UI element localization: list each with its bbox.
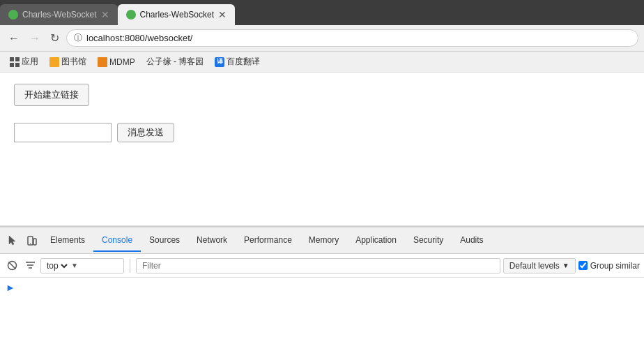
select-chevron-icon: ▼ [71, 262, 78, 269]
toolbar-separator [130, 259, 130, 273]
devtools-inspect-button[interactable] [3, 231, 22, 250]
filter-toggle-button[interactable] [22, 258, 38, 273]
bookmark-apps[interactable]: 应用 [6, 54, 43, 69]
devtools-device-button[interactable] [22, 231, 42, 250]
devtools-tab-application[interactable]: Application [347, 230, 405, 252]
devtools-tab-performance[interactable]: Performance [236, 230, 300, 252]
svg-line-5 [8, 262, 15, 269]
devtools-tab-network[interactable]: Network [188, 230, 236, 252]
default-levels-chevron-icon: ▼ [562, 262, 569, 269]
tab-favicon-1 [8, 10, 18, 20]
translate-icon: 译 [215, 57, 224, 67]
reload-button[interactable]: ↻ [47, 30, 62, 46]
devtools-tab-sources[interactable]: Sources [141, 230, 188, 252]
svg-point-3 [30, 243, 31, 243]
bookmarks-bar: 应用 图书馆 MDMP 公子缘 - 博客园 译 百度翻译 [0, 52, 644, 73]
message-row: 消息发送 [14, 123, 630, 142]
svg-marker-0 [9, 236, 15, 245]
address-bar-row: ← → ↻ ⓘ [0, 25, 644, 52]
devtools-tab-security[interactable]: Security [405, 230, 452, 252]
folder-icon-mdmp [98, 57, 107, 67]
tab-bar: Charles-WebSocket ✕ Charles-WebSocket ✕ [0, 0, 644, 25]
devtools-tab-elements[interactable]: Elements [42, 230, 93, 252]
console-toolbar: top ▼ Default levels ▼ Group similar [0, 254, 644, 278]
filter-input[interactable] [136, 258, 500, 273]
message-input[interactable] [14, 123, 112, 142]
devtools-tab-audits[interactable]: Audits [452, 230, 491, 252]
tab-close-1[interactable]: ✕ [101, 10, 109, 20]
group-similar-checkbox[interactable] [578, 261, 588, 270]
tab-favicon-2 [126, 10, 136, 20]
address-input[interactable] [86, 33, 631, 43]
svg-rect-2 [33, 239, 36, 245]
secure-icon: ⓘ [74, 32, 82, 44]
start-connection-button[interactable]: 开始建立链接 [14, 84, 89, 106]
top-context-selector[interactable]: top ▼ [40, 258, 124, 273]
console-prompt-arrow[interactable]: ► [6, 282, 15, 293]
group-similar-wrapper: Group similar [578, 261, 640, 271]
devtools-panel: Elements Console Sources Network Perform… [0, 226, 644, 327]
devtools-tab-console[interactable]: Console [93, 230, 141, 252]
clear-console-button[interactable] [4, 258, 20, 273]
forward-button[interactable]: → [26, 31, 43, 46]
bookmark-mdmp-label: MDMP [109, 57, 135, 67]
default-levels-button[interactable]: Default levels ▼ [503, 258, 576, 273]
browser-chrome: Charles-WebSocket ✕ Charles-WebSocket ✕ … [0, 0, 644, 327]
devtools-tab-bar: Elements Console Sources Network Perform… [0, 227, 644, 254]
console-content: ► [0, 278, 644, 327]
group-similar-label: Group similar [590, 261, 640, 271]
top-context-select[interactable]: top [44, 260, 70, 271]
bookmark-library[interactable]: 图书馆 [45, 54, 91, 69]
bookmark-library-label: 图书馆 [61, 56, 86, 68]
bookmark-translate-label: 百度翻译 [227, 56, 260, 68]
browser-tab-2[interactable]: Charles-WebSocket ✕ [118, 4, 236, 25]
send-button[interactable]: 消息发送 [117, 123, 174, 142]
bookmark-mdmp[interactable]: MDMP [93, 56, 139, 68]
back-button[interactable]: ← [6, 31, 22, 46]
tab-label-1: Charles-WebSocket [22, 10, 97, 20]
folder-icon-library [49, 57, 59, 67]
bookmark-apps-label: 应用 [22, 56, 38, 68]
default-levels-label: Default levels [509, 261, 560, 271]
devtools-tab-memory[interactable]: Memory [300, 230, 347, 252]
address-input-wrapper: ⓘ [66, 29, 638, 47]
tab-close-2[interactable]: ✕ [218, 10, 227, 20]
apps-icon [10, 57, 20, 67]
tab-label-2: Charles-WebSocket [140, 10, 215, 20]
page-content: 开始建立链接 消息发送 [0, 73, 644, 226]
browser-tab-1[interactable]: Charles-WebSocket ✕ [0, 4, 118, 25]
bookmark-blog[interactable]: 公子缘 - 博客园 [142, 54, 208, 69]
bookmark-translate[interactable]: 译 百度翻译 [210, 54, 264, 69]
bookmark-blog-label: 公子缘 - 博客园 [146, 56, 204, 68]
